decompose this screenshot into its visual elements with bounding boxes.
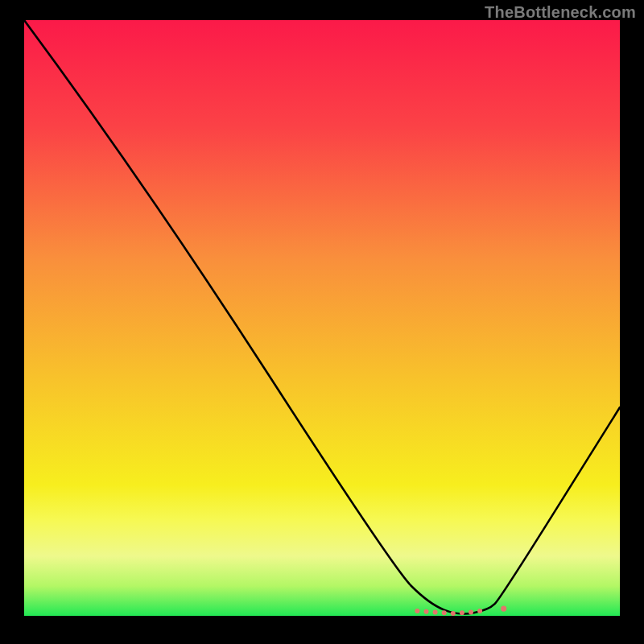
marker-dot [424, 609, 429, 614]
marker-dot [469, 610, 473, 615]
bottleneck-curve-path [24, 20, 620, 614]
marker-dot [501, 606, 506, 612]
marker-dot [415, 609, 419, 613]
marker-dot [477, 609, 482, 613]
marker-dot [451, 611, 456, 616]
curve-layer [24, 20, 620, 616]
watermark-label: TheBottleneck.com [485, 3, 636, 22]
marker-dot [433, 610, 438, 615]
plot-area [24, 20, 620, 616]
chart-stage: TheBottleneck.com [0, 0, 644, 644]
marker-dot [442, 610, 447, 615]
minimum-markers [415, 606, 506, 616]
marker-dot [460, 610, 464, 615]
